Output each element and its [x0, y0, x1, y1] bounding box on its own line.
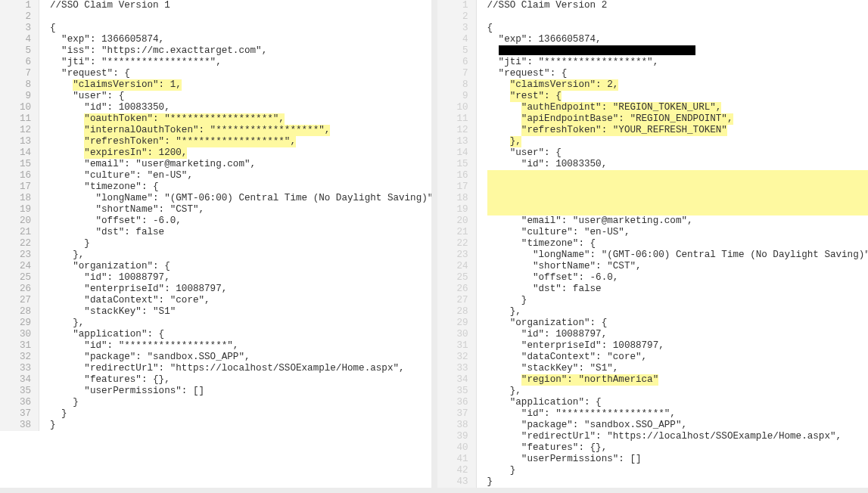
code-line[interactable]: "timezone": {	[487, 238, 869, 250]
line-number: 20	[0, 215, 31, 227]
code-line[interactable]: "package": "sandbox.SSO_APP",	[50, 352, 431, 363]
code-line[interactable]: "refreshToken": "YOUR_REFRESH_TOKEN"	[487, 125, 869, 136]
line-number: 30	[437, 329, 468, 340]
code-line[interactable]: "redirectUrl": "https://localhost/SSOExa…	[487, 431, 869, 442]
code-line[interactable]: "dataContext": "core",	[487, 352, 869, 363]
left-code[interactable]: //SSO Claim Version 1{ "exp": 1366605874…	[39, 0, 431, 431]
code-line[interactable]	[487, 11, 869, 23]
code-line[interactable]: "email": "user@marketing.com",	[487, 215, 869, 227]
code-line[interactable]: "exp": 1366605874,	[50, 34, 431, 45]
code-line[interactable]: },	[50, 318, 431, 329]
code-line[interactable]: "timezone": {	[50, 181, 431, 193]
code-line[interactable]	[487, 170, 869, 181]
line-number: 38	[437, 420, 468, 431]
code-line[interactable]: "expiresIn": 1200,	[50, 147, 431, 159]
code-line[interactable]: "claimsVersion": 2,	[487, 79, 869, 91]
code-line[interactable]: "region": "northAmerica"	[487, 374, 869, 386]
code-line[interactable]: "user": {	[50, 91, 431, 102]
code-line[interactable]: "stackKey": "S1"	[50, 306, 431, 318]
code-line[interactable]: "request": {	[487, 68, 869, 79]
code-line[interactable]: "dst": false	[487, 284, 869, 295]
code-line[interactable]: "request": {	[50, 68, 431, 79]
code-line[interactable]: "email": "user@marketing.com",	[50, 159, 431, 170]
code-line[interactable]: //SSO Claim Version 1	[50, 0, 431, 11]
code-line[interactable]: "dst": false	[50, 227, 431, 238]
code-line[interactable]: "enterpriseId": 10088797,	[487, 340, 869, 352]
line-number: 26	[437, 284, 468, 295]
code-line[interactable]: "organization": {	[50, 261, 431, 272]
code-line[interactable]: }	[50, 420, 431, 431]
code-line[interactable]: "culture": "en-US",	[487, 227, 869, 238]
code-line[interactable]: "apiEndpointBase": "REGION_ENDPOINT",	[487, 113, 869, 125]
code-line[interactable]: }	[50, 397, 431, 408]
code-line[interactable]: "package": "sandbox.SSO_APP",	[487, 420, 869, 431]
code-line[interactable]: }	[50, 408, 431, 420]
line-number: 8	[0, 79, 31, 91]
code-line[interactable]: "shortName": "CST",	[487, 261, 869, 272]
code-line[interactable]: "offset": -6.0,	[50, 215, 431, 227]
code-line[interactable]: "id": 10088797,	[50, 272, 431, 284]
code-line[interactable]: },	[487, 386, 869, 397]
left-pane[interactable]: 1234567891011121314151617181920212223242…	[0, 0, 431, 488]
code-line[interactable]: "iss": "https://mc.exacttarget.com",	[50, 45, 431, 57]
code-line[interactable]: "stackKey": "S1",	[487, 363, 869, 374]
code-line[interactable]: "userPermissions": []	[50, 386, 431, 397]
line-number: 1	[437, 0, 468, 11]
line-number: 31	[0, 340, 31, 352]
code-line[interactable]: "userPermissions": []	[487, 454, 869, 465]
code-line[interactable]: }	[50, 238, 431, 250]
code-line[interactable]: "shortName": "CST",	[50, 204, 431, 215]
code-line[interactable]: "application": {	[50, 329, 431, 340]
code-line[interactable]: }	[487, 476, 869, 488]
code-line[interactable]: "jti": "******************",	[50, 57, 431, 68]
code-line[interactable]: "application": {	[487, 397, 869, 408]
code-line[interactable]: "authEndpoint": "REGION_TOKEN_URL",	[487, 102, 869, 113]
line-number: 28	[437, 306, 468, 318]
code-line[interactable]: "id": 10088797,	[487, 329, 869, 340]
code-line[interactable]: {	[487, 23, 869, 34]
line-number: 34	[0, 374, 31, 386]
code-line[interactable]: "dataContext": "core",	[50, 295, 431, 306]
right-pane[interactable]: 1234567891011121314151617181920212223242…	[437, 0, 869, 488]
line-number: 5	[0, 45, 31, 57]
code-line[interactable]: "exp": 1366605874,	[487, 34, 869, 45]
code-line[interactable]: {	[50, 23, 431, 34]
code-line[interactable]: },	[487, 136, 869, 147]
code-line[interactable]: "id": 10083350,	[487, 159, 869, 170]
code-line[interactable]: "internalOauthToken": "*****************…	[50, 125, 431, 136]
code-line[interactable]: "refreshToken": "******************",	[50, 136, 431, 147]
code-line[interactable]	[487, 204, 869, 215]
code-line[interactable]: "jti": "******************",	[487, 57, 869, 68]
code-line[interactable]: "user": {	[487, 147, 869, 159]
code-line[interactable]: },	[487, 306, 869, 318]
code-line[interactable]: "id": "******************",	[50, 340, 431, 352]
code-line[interactable]: "id": 10083350,	[50, 102, 431, 113]
code-line[interactable]	[487, 181, 869, 193]
code-line[interactable]: }	[487, 295, 869, 306]
code-line[interactable]: "offset": -6.0,	[487, 272, 869, 284]
code-line[interactable]: "rest": {	[487, 91, 869, 102]
code-line[interactable]: "organization": {	[487, 318, 869, 329]
code-line[interactable]: "longName": "(GMT-06:00) Central Time (N…	[487, 250, 869, 261]
line-number: 40	[437, 442, 468, 454]
code-line[interactable]: "longName": "(GMT-06:00) Central Time (N…	[50, 193, 431, 204]
code-line[interactable]: "features": {},	[50, 374, 431, 386]
right-code[interactable]: //SSO Claim Version 2{ "exp": 1366605874…	[477, 0, 869, 488]
code-line[interactable]: },	[50, 250, 431, 261]
line-number: 12	[0, 125, 31, 136]
code-line[interactable]: "oauthToken": "******************",	[50, 113, 431, 125]
line-number: 32	[0, 352, 31, 363]
code-line[interactable]: "id": "******************",	[487, 408, 869, 420]
code-line[interactable]	[50, 11, 431, 23]
code-line[interactable]: }	[487, 465, 869, 476]
code-line[interactable]: "redirectUrl": "https://localhost/SSOExa…	[50, 363, 431, 374]
code-line[interactable]: "enterpriseId": 10088797,	[50, 284, 431, 295]
code-line[interactable]: "claimsVersion": 1,	[50, 79, 431, 91]
code-line[interactable]: "features": {},	[487, 442, 869, 454]
code-line[interactable]	[487, 193, 869, 204]
code-line[interactable]: //SSO Claim Version 2	[487, 0, 869, 11]
line-number: 15	[437, 159, 468, 170]
line-number: 6	[437, 57, 468, 68]
code-line[interactable]: "culture": "en-US",	[50, 170, 431, 181]
code-line[interactable]	[487, 45, 869, 57]
